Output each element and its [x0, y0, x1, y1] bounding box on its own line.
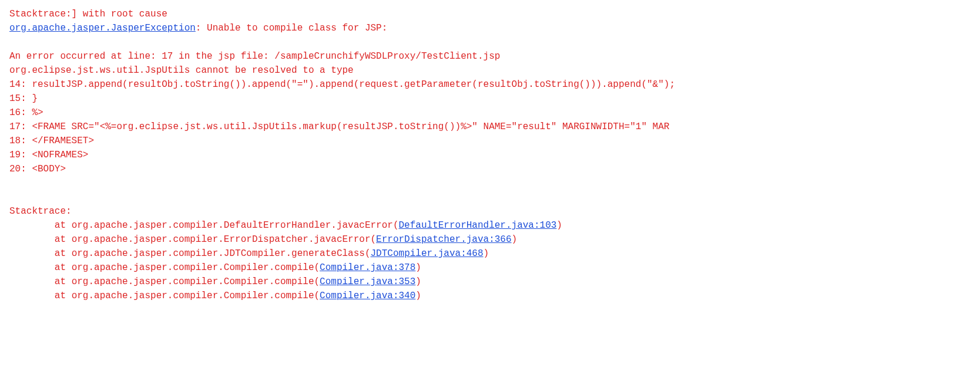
stack-frame: at org.apache.jasper.compiler.ErrorDispa…	[9, 232, 971, 247]
stack-frame: at org.apache.jasper.compiler.DefaultErr…	[9, 218, 971, 232]
at-keyword: at	[55, 262, 72, 273]
stack-frame-source-link[interactable]: Compiler.java:340	[320, 291, 415, 301]
source-line-20: 20: <BODY>	[9, 162, 971, 176]
stack-frame: at org.apache.jasper.compiler.JDTCompile…	[9, 247, 971, 261]
at-keyword: at	[55, 220, 72, 231]
stack-frame-close: )	[512, 234, 518, 245]
source-line-17: 17: <FRAME SRC="<%=org.eclipse.jst.ws.ut…	[9, 120, 971, 134]
source-line-16: 16: %>	[9, 106, 971, 120]
stack-frame-source-link[interactable]: Compiler.java:353	[320, 276, 415, 287]
at-keyword: at	[55, 291, 72, 301]
error-cause: org.eclipse.jst.ws.util.JspUtils cannot …	[9, 63, 971, 77]
exception-line: org.apache.jasper.JasperException: Unabl…	[9, 21, 971, 35]
at-keyword: at	[55, 276, 72, 287]
exception-sep: :	[196, 23, 207, 33]
source-line-18: 18: </FRAMESET>	[9, 134, 971, 148]
stack-frame-source-link[interactable]: DefaultErrorHandler.java:103	[399, 220, 557, 231]
stack-frame-close: )	[415, 262, 421, 273]
stack-frame-close: )	[415, 276, 421, 287]
stack-frame-close: )	[556, 220, 562, 231]
blank-line	[9, 35, 971, 49]
at-keyword: at	[55, 248, 72, 259]
stacktrace-header-line: Stacktrace:] with root cause	[9, 7, 971, 21]
exception-message: Unable to compile class for JSP:	[207, 23, 387, 33]
source-line-19: 19: <NOFRAMES>	[9, 148, 971, 162]
stack-frame-class: org.apache.jasper.compiler.JDTCompiler.g…	[72, 248, 371, 259]
stack-frame-class: org.apache.jasper.compiler.Compiler.comp…	[72, 291, 320, 301]
stack-frame-source-link[interactable]: Compiler.java:378	[320, 262, 415, 273]
source-line-15: 15: }	[9, 92, 971, 106]
stack-frame-class: org.apache.jasper.compiler.Compiler.comp…	[72, 276, 320, 287]
source-line-14: 14: resultJSP.append(resultObj.toString(…	[9, 77, 971, 92]
stack-frame: at org.apache.jasper.compiler.Compiler.c…	[9, 289, 971, 303]
blank-line	[9, 176, 971, 190]
stack-frame-source-link[interactable]: ErrorDispatcher.java:366	[376, 234, 511, 245]
stacktrace-label: Stacktrace:	[9, 204, 971, 218]
stack-frame-class: org.apache.jasper.compiler.ErrorDispatch…	[72, 234, 376, 245]
blank-line	[9, 190, 971, 204]
stack-frame-source-link[interactable]: JDTCompiler.java:468	[371, 248, 484, 259]
error-location: An error occurred at line: 17 in the jsp…	[9, 49, 971, 63]
stack-frame: at org.apache.jasper.compiler.Compiler.c…	[9, 275, 971, 289]
stack-frame-close: )	[484, 248, 489, 259]
at-keyword: at	[55, 234, 72, 245]
exception-class-link[interactable]: org.apache.jasper.JasperException	[9, 23, 196, 33]
stack-frame: at org.apache.jasper.compiler.Compiler.c…	[9, 261, 971, 275]
stacktrace-header-text: Stacktrace:] with root cause	[9, 9, 167, 19]
stack-frame-class: org.apache.jasper.compiler.Compiler.comp…	[72, 262, 320, 273]
stack-frame-close: )	[415, 291, 421, 301]
stack-frame-class: org.apache.jasper.compiler.DefaultErrorH…	[72, 220, 399, 231]
